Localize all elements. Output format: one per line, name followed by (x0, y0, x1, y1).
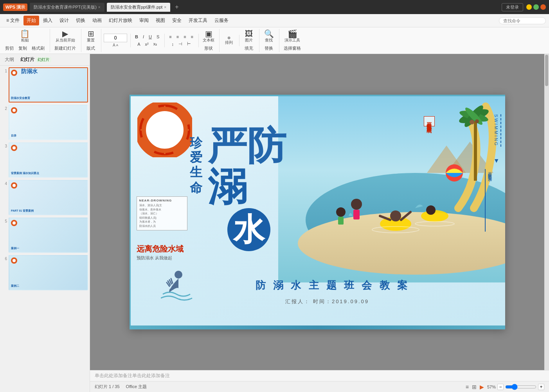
find-button[interactable]: 🔍 查找 (262, 29, 276, 44)
reset-button[interactable]: ⊞ 重置 (84, 29, 98, 44)
menu-animation[interactable]: 动画 (89, 16, 105, 25)
slide-canvas[interactable]: 严禁私自下水嬉戏 珍 爱 生 命 严防 溺 (130, 95, 505, 329)
menu-transition[interactable]: 切换 (73, 16, 88, 25)
maximize-button[interactable] (533, 4, 539, 10)
slide-num-5: 5 (2, 219, 7, 223)
picture-button[interactable]: 🖼 图片 (242, 29, 256, 44)
near-drowning-box: NEAR-DROWNING 溺水、游泳人员(主动落水、意外落水（溺水、溺亡）组织… (137, 196, 187, 230)
minimize-button[interactable] (526, 4, 532, 10)
slide-preview-3[interactable]: 背景案例 溺水知识要点 (9, 142, 88, 178)
vertical-scrollbar[interactable] (544, 54, 549, 370)
view-slide-button[interactable]: ▶ (480, 384, 484, 390)
menu-security[interactable]: 安全 (169, 16, 185, 25)
menu-start[interactable]: 开始 (23, 16, 39, 25)
search-input[interactable] (499, 17, 546, 24)
menu-design[interactable]: 设计 (56, 16, 72, 25)
add-note-bar[interactable]: 单击此处添加备注 单击此处添加备注 (90, 370, 549, 381)
title-sheng: 生 (190, 155, 203, 158)
underline-button[interactable]: U (147, 34, 154, 40)
tab-1-close[interactable]: × (98, 5, 101, 9)
menu-view[interactable]: 视图 (153, 16, 168, 25)
new-slide-button[interactable]: 新建幻灯片 (52, 45, 78, 52)
tab-1[interactable]: 防溺水安全教育课件PPT(完美版) × (30, 3, 104, 12)
close-window-button[interactable] (540, 4, 546, 10)
view-normal-button[interactable]: ≡ (466, 384, 469, 390)
align-left[interactable]: ≡ (167, 34, 173, 40)
menu-review[interactable]: 审阅 (136, 16, 152, 25)
slide-thumbnail-list[interactable]: 1 防溺水安全教育 2 目录 (0, 66, 90, 392)
menu-slideshow[interactable]: 幻灯片放映 (106, 16, 135, 25)
tab-2-label: 防溺水安全教育ppt课件.ppt (111, 4, 163, 10)
thumb-lifebuoy-5 (11, 220, 17, 226)
zoom-slider[interactable] (505, 384, 536, 390)
present-button[interactable]: 🎬 演示工具 (283, 29, 302, 44)
copy-button[interactable]: 复制 (16, 45, 29, 52)
login-button[interactable]: 未登录 (502, 3, 523, 11)
view-grid-button[interactable]: ⊞ (472, 384, 477, 390)
zoom-out-button[interactable]: − (497, 384, 504, 390)
shape-button[interactable]: 形状 (202, 45, 215, 52)
slide-thumb-1[interactable]: 1 防溺水安全教育 (2, 67, 88, 102)
textbox-button[interactable]: ▣ 文本框 (201, 29, 216, 44)
sidebar-tab-outline[interactable]: 大纲 (3, 56, 16, 64)
select-pane-button[interactable]: 选择窗格 (282, 45, 303, 52)
align-justify[interactable]: ≡ (189, 34, 195, 40)
slide-num-6: 6 (2, 257, 7, 261)
align-center[interactable]: ≡ (175, 34, 181, 40)
slide-thumb-3[interactable]: 3 背景案例 溺水知识要点 (2, 142, 88, 178)
format-button[interactable]: 格式刷 (30, 45, 47, 52)
menu-devtools[interactable]: 开发工具 (185, 16, 211, 25)
toolbar-format-group: B I U S A x² x₂ (133, 34, 165, 47)
slide-preview-1[interactable]: 防溺水安全教育 (9, 67, 88, 102)
thumb-lifebuoy-4 (11, 182, 17, 189)
slide-preview-2-inner: 目录 (9, 106, 87, 139)
slide-preview-5[interactable]: 案例一 (9, 218, 88, 253)
bold-button[interactable]: B (133, 34, 140, 40)
indent-less[interactable]: ⊣ (176, 41, 184, 47)
number-row: A A (113, 43, 118, 47)
zoom-in-button[interactable]: + (538, 384, 544, 390)
slide-thumb-6[interactable]: 6 案例二 (2, 255, 88, 290)
tab-2[interactable]: 防溺水安全教育ppt课件.ppt × (107, 3, 170, 12)
slide-thumb-2[interactable]: 2 目录 (2, 105, 88, 140)
number-input[interactable] (104, 34, 127, 42)
tab-2-close[interactable]: × (164, 5, 166, 9)
sidebar-tab-slides[interactable]: 幻灯片 幻灯片 (19, 56, 53, 64)
superscript-button[interactable]: x² (143, 41, 150, 47)
content-area: 严禁私自下水嬉戏 珍 爱 生 命 严防 溺 (90, 54, 544, 370)
strikethrough-button[interactable]: S (155, 34, 161, 40)
bottom-subtitle: 汇报人： 时间：2019.09.09 (285, 298, 369, 305)
slide-preview-6[interactable]: 案例二 (9, 255, 88, 290)
title-ming: 命 (190, 171, 203, 173)
menu-file[interactable]: ≡ 文件 (3, 16, 23, 25)
svg-point-18 (426, 205, 436, 215)
note-placeholder: 单击此处添加备注 (95, 372, 132, 379)
svg-point-27 (151, 116, 179, 144)
slide-info: 幻灯片 1 / 35 (95, 384, 120, 390)
subscript-button[interactable]: x₂ (151, 41, 159, 47)
slide-preview-2[interactable]: 目录 (9, 105, 88, 140)
menu-cloud[interactable]: 云服务 (211, 16, 232, 25)
toolbar-present-group: 🎬 演示工具 选择窗格 (282, 29, 306, 52)
from-current-button[interactable]: ▶ 从当前开始 (54, 29, 77, 44)
slide-thumb-4[interactable]: 4 PART 01 背景案例 (2, 180, 88, 215)
paste-button[interactable]: 📋 粘贴 (18, 29, 32, 44)
fill-button[interactable]: 填充 (243, 45, 255, 52)
slide-preview-4[interactable]: PART 01 背景案例 (9, 180, 88, 215)
font-color-button[interactable]: A (135, 41, 142, 47)
wps-logo[interactable]: WPS 演示 (3, 4, 27, 11)
toolbar-layout-group: ⊞ 重置 版式 (84, 29, 101, 52)
italic-button[interactable]: I (141, 34, 146, 40)
scrollbar-thumb[interactable] (545, 55, 548, 86)
cut-button[interactable]: 剪切 (3, 45, 16, 52)
layout-button[interactable]: 版式 (85, 45, 97, 52)
replace-button[interactable]: 替换 (263, 45, 275, 52)
beach-scene (278, 95, 505, 282)
arrange-button[interactable]: ⊗ 排列 (222, 35, 236, 46)
tab-add[interactable]: + (173, 4, 181, 11)
menu-insert[interactable]: 插入 (40, 16, 56, 25)
align-right[interactable]: ≡ (182, 34, 188, 40)
line-spacing[interactable]: ↕ (169, 41, 176, 47)
slide-thumb-5[interactable]: 5 案例一 (2, 218, 88, 253)
indent-more[interactable]: ⊢ (185, 41, 193, 47)
